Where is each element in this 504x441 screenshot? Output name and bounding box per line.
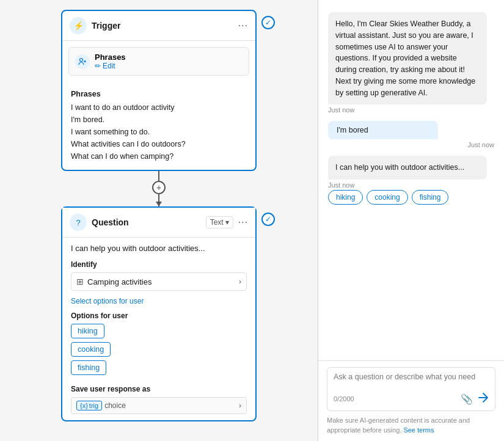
add-node-button[interactable]: +: [152, 181, 166, 194]
type-badge[interactable]: Text ▾: [206, 216, 233, 228]
bot-message-1: Hello, I'm Clear Skies Weather Buddy, a …: [328, 12, 487, 104]
option-chip-hiking[interactable]: hiking: [71, 324, 104, 338]
connector-1: +: [152, 171, 166, 206]
chat-input-box: 0/2000 📎: [327, 367, 495, 411]
question-card-header: ? Question Text ▾ ···: [62, 208, 255, 238]
phrases-content: Phrases I want to do an outdoor activity…: [62, 82, 255, 170]
option-chip-cooking[interactable]: cooking: [71, 342, 111, 357]
chevron-down-icon: ▾: [225, 218, 229, 227]
save-chevron-icon: ›: [239, 401, 241, 410]
user-message-1: I'm bored: [328, 121, 438, 139]
chat-input[interactable]: [334, 373, 489, 390]
phrases-inner-box: Phrases ✏ Edit: [68, 47, 249, 76]
trigger-title: Trigger: [92, 21, 233, 31]
pill-cooking[interactable]: cooking: [367, 190, 407, 205]
phrase-2: I'm bored.: [71, 114, 247, 126]
chat-message-1: Hello, I'm Clear Skies Weather Buddy, a …: [328, 12, 494, 114]
trigger-card: ⚡ Trigger ··· ✓ Phrases ✏ Edit: [61, 10, 257, 171]
options-label: Options for user: [71, 312, 247, 320]
phrases-heading: Phrases: [71, 88, 247, 100]
question-message: I can help you with outdoor activities..…: [71, 244, 247, 253]
chat-messages: Hello, I'm Clear Skies Weather Buddy, a …: [318, 0, 504, 360]
svg-point-0: [80, 58, 83, 61]
question-menu-button[interactable]: ···: [238, 217, 248, 228]
phrase-4: What activities can I do outdoors?: [71, 138, 247, 150]
save-var-value: choice: [104, 401, 236, 410]
trigger-check-badge: ✓: [261, 16, 275, 29]
save-box[interactable]: {x} trig choice ›: [71, 397, 247, 414]
msg-time-1: Just now: [328, 106, 494, 114]
phrase-5: What can I do when camping?: [71, 150, 247, 162]
msg-time-2: Just now: [328, 141, 494, 148]
identify-box[interactable]: ⊞ Camping activities ›: [71, 272, 247, 291]
chat-footer: 0/2000 📎 Make sure AI-generated content …: [318, 360, 504, 441]
var-prefix: {x}: [80, 402, 88, 409]
connector-line-top: [158, 171, 159, 181]
see-terms-link[interactable]: See terms: [403, 426, 434, 434]
option-pills-row: hiking cooking fishing: [328, 190, 494, 205]
question-icon: ?: [70, 214, 87, 231]
type-label: Text: [210, 218, 224, 227]
save-var-badge: {x} trig: [76, 401, 102, 410]
trigger-menu-button[interactable]: ···: [238, 20, 248, 31]
phrases-icon: [75, 54, 90, 69]
option-chip-fishing[interactable]: fishing: [71, 360, 106, 375]
bot-message-2: I can help you with outdoor activities..…: [328, 156, 487, 180]
save-response-label: Save user response as: [71, 385, 247, 393]
question-check-badge: ✓: [261, 213, 275, 226]
chat-disclaimer: Make sure AI-generated content is accura…: [327, 416, 495, 435]
phrases-inner-label: Phrases: [95, 53, 243, 62]
flow-panel: ⚡ Trigger ··· ✓ Phrases ✏ Edit: [0, 0, 318, 441]
phrase-1: I want to do an outdoor activity: [71, 101, 247, 114]
trigger-icon: ⚡: [70, 17, 87, 34]
send-button[interactable]: [478, 392, 489, 406]
question-card: ? Question Text ▾ ··· ✓ I can help you w…: [61, 206, 257, 421]
pencil-icon: ✏: [95, 62, 101, 70]
table-icon: ⊞: [76, 277, 84, 286]
chat-icon-group: 📎: [461, 392, 489, 406]
char-count: 0/2000: [334, 395, 354, 403]
identify-label: Identify: [71, 260, 247, 269]
select-options-link[interactable]: Select options for user: [71, 297, 247, 305]
var-name: trig: [89, 402, 98, 409]
edit-link[interactable]: ✏ Edit: [95, 62, 243, 70]
question-title: Question: [92, 217, 201, 227]
phrase-3: I want something to do.: [71, 126, 247, 138]
chat-message-3: I can help you with outdoor activities..…: [328, 156, 494, 205]
pill-hiking[interactable]: hiking: [328, 190, 363, 205]
pill-fishing[interactable]: fishing: [412, 190, 449, 205]
chat-input-controls: 0/2000 📎: [334, 392, 489, 406]
msg-time-3: Just now: [328, 181, 494, 189]
chat-message-2: I'm bored Just now: [328, 121, 494, 148]
identify-chevron-icon: ›: [239, 277, 241, 286]
question-body: I can help you with outdoor activities..…: [62, 238, 255, 420]
identify-value: Camping activities: [87, 277, 235, 286]
trigger-card-header: ⚡ Trigger ···: [62, 11, 255, 41]
attachment-button[interactable]: 📎: [461, 393, 473, 405]
chat-panel: Hello, I'm Clear Skies Weather Buddy, a …: [318, 0, 504, 441]
connector-arrow: [158, 194, 159, 206]
